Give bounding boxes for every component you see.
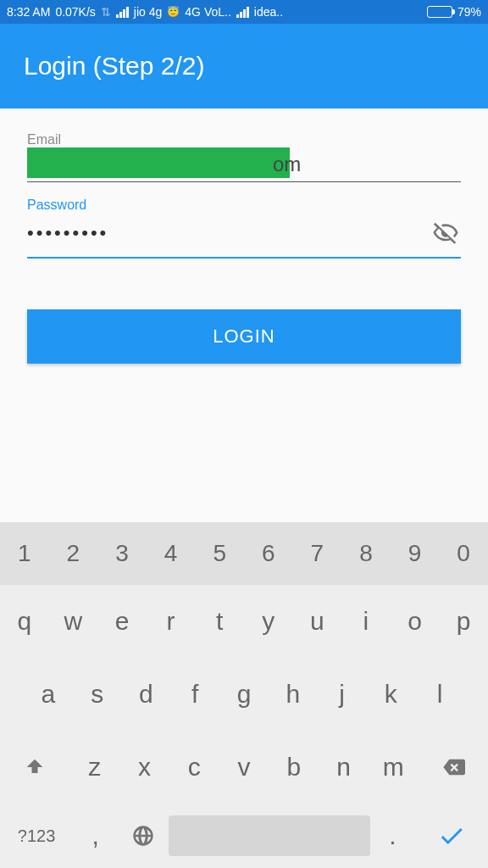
key-2[interactable]: 2 — [49, 522, 98, 585]
key-j[interactable]: j — [318, 658, 367, 731]
globe-icon — [131, 824, 155, 848]
login-button[interactable]: LOGIN — [27, 309, 461, 364]
battery-percent: 79% — [458, 5, 481, 19]
spacebar-icon — [169, 815, 370, 856]
login-form: Email om Password LOGIN — [0, 108, 488, 522]
key-1[interactable]: 1 — [0, 522, 49, 585]
kb-number-row: 1 2 3 4 5 6 7 8 9 0 — [0, 522, 488, 585]
key-o[interactable]: o — [391, 585, 440, 658]
key-r[interactable]: r — [147, 585, 196, 658]
key-comma[interactable]: , — [73, 804, 118, 868]
status-bar: 8:32 AM 0.07K/s ⇅ jio 4g😇 4G VoL.. idea.… — [0, 0, 488, 24]
toggle-password-visibility-button[interactable] — [430, 218, 461, 248]
email-input[interactable]: om — [27, 153, 461, 182]
key-f[interactable]: f — [170, 658, 219, 731]
key-v[interactable]: v — [219, 731, 269, 804]
key-e[interactable]: e — [97, 585, 147, 658]
backspace-icon — [441, 755, 465, 779]
key-s[interactable]: s — [73, 658, 122, 731]
key-t[interactable]: t — [195, 585, 244, 658]
key-c[interactable]: c — [169, 731, 219, 804]
key-6[interactable]: 6 — [244, 522, 293, 585]
key-space[interactable] — [169, 804, 370, 868]
kb-row-3: z x c v b n m — [0, 731, 488, 804]
key-y[interactable]: y — [244, 585, 293, 658]
shift-icon — [23, 755, 47, 779]
status-speed: 0.07K/s — [55, 5, 95, 19]
key-9[interactable]: 9 — [391, 522, 440, 585]
key-p[interactable]: p — [439, 585, 488, 658]
status-time: 8:32 AM — [7, 5, 50, 19]
key-shift[interactable] — [0, 731, 69, 804]
key-a[interactable]: a — [24, 658, 73, 731]
key-enter[interactable] — [415, 804, 488, 868]
soft-keyboard: 1 2 3 4 5 6 7 8 9 0 q w e r t y u i o p … — [0, 522, 488, 868]
key-k[interactable]: k — [366, 658, 415, 731]
key-n[interactable]: n — [319, 731, 369, 804]
key-7[interactable]: 7 — [293, 522, 342, 585]
password-field-group: Password — [27, 198, 461, 259]
key-backspace[interactable] — [419, 731, 488, 804]
key-i[interactable]: i — [341, 585, 391, 658]
key-q[interactable]: q — [0, 585, 49, 658]
signal-2-icon — [236, 7, 249, 18]
eye-off-icon — [432, 220, 459, 247]
kb-row-2: a s d f g h j k l — [0, 658, 488, 731]
check-icon — [437, 821, 466, 850]
key-x[interactable]: x — [119, 731, 169, 804]
key-b[interactable]: b — [269, 731, 319, 804]
password-input[interactable] — [27, 222, 430, 244]
key-u[interactable]: u — [293, 585, 342, 658]
key-period[interactable]: . — [370, 804, 415, 868]
key-w[interactable]: w — [49, 585, 98, 658]
key-z[interactable]: z — [69, 731, 119, 804]
email-label: Email — [27, 132, 461, 147]
signal-1-icon — [116, 7, 129, 18]
key-g[interactable]: g — [219, 658, 269, 731]
key-d[interactable]: d — [122, 658, 171, 731]
key-4[interactable]: 4 — [147, 522, 196, 585]
carrier-1: jio 4g — [134, 5, 162, 19]
key-h[interactable]: h — [269, 658, 318, 731]
status-left: 8:32 AM 0.07K/s ⇅ jio 4g😇 4G VoL.. idea.… — [7, 5, 283, 19]
email-field-group: Email om — [27, 132, 461, 182]
network-1: 4G VoL.. — [185, 5, 230, 19]
carrier-2: idea.. — [254, 5, 283, 19]
key-m[interactable]: m — [369, 731, 419, 804]
email-redaction — [27, 147, 290, 178]
battery-icon — [427, 6, 452, 18]
kb-row-1: q w e r t y u i o p — [0, 585, 488, 658]
password-label: Password — [27, 198, 461, 213]
key-0[interactable]: 0 — [439, 522, 488, 585]
key-l[interactable]: l — [415, 658, 464, 731]
key-3[interactable]: 3 — [97, 522, 147, 585]
status-right: 79% — [427, 5, 481, 19]
email-visible-text: om — [273, 153, 301, 175]
page-title: Login (Step 2/2) — [24, 52, 204, 81]
key-5[interactable]: 5 — [195, 522, 244, 585]
title-bar: Login (Step 2/2) — [0, 24, 488, 108]
key-symbols[interactable]: ?123 — [0, 804, 73, 868]
kb-bottom-row: ?123 , . — [0, 804, 488, 868]
key-8[interactable]: 8 — [341, 522, 391, 585]
key-language[interactable] — [118, 804, 169, 868]
emoji-icon: 😇 — [167, 6, 180, 18]
data-arrows-icon: ⇅ — [101, 5, 111, 19]
